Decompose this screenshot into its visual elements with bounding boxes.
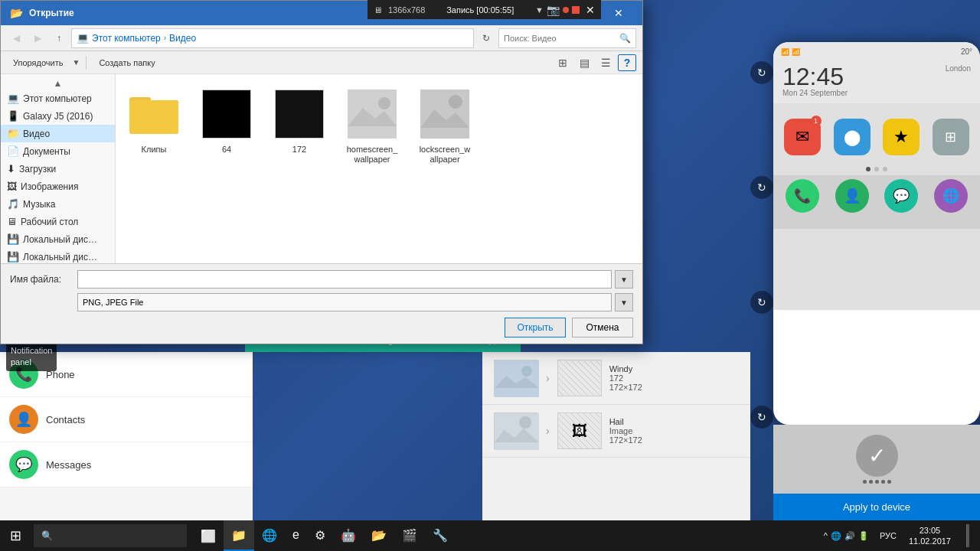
taskbar-explorer[interactable]: 📁 [224,520,254,551]
stop-icon[interactable] [572,6,580,14]
filetype-input[interactable] [77,293,612,311]
rotate-button-1[interactable]: ↻ [750,61,773,84]
phone-screen-body: ✉ 1 ⬤ ★ ⊞ 📞 👤 💬 [773,103,980,310]
view-list-button[interactable]: ▤ [575,54,593,71]
tray-battery-icon[interactable]: 🔋 [858,531,869,541]
file-item-homescreen[interactable]: homescreen_wallpaper [341,82,403,169]
dot-3 [883,167,887,171]
filetype-dropdown-button[interactable]: ▼ [615,293,633,311]
start-button[interactable]: ⊞ [0,520,31,551]
documents-icon: 📄 [7,145,19,157]
taskbar-edge[interactable]: e [285,520,307,551]
dock-browser-icon[interactable]: 🌐 [934,179,968,213]
disk2-icon: 💾 [7,251,19,262]
rec-icon: 🖥 [374,5,382,15]
phone-time: 12:45 [782,64,848,89]
nav-up-button[interactable]: ↑ [50,29,68,47]
tree-item-desktop[interactable]: 🖥 Рабочий стол [1,213,115,230]
view-large-icons-button[interactable]: ⊞ [554,54,572,71]
file-item-64[interactable]: 64 [196,82,257,169]
filename-input[interactable] [77,270,612,289]
file-item-clips[interactable]: Клипы [123,82,185,169]
tree-item-images[interactable]: 🖼 Изображения [1,178,115,195]
tree-item-downloads[interactable]: ⬇ Загрузки [1,160,115,178]
app-mail[interactable]: ✉ 1 [781,119,825,155]
tray-volume-icon[interactable]: 🔊 [844,531,855,541]
rec-dropdown-icon[interactable]: ▼ [535,5,544,15]
rotate-button-3[interactable]: ↻ [750,291,773,314]
view-details-button[interactable]: ☰ [596,54,615,71]
dialog-toolbar: Упорядочить ▼ Создать папку ⊞ ▤ ☰ ? [1,51,642,74]
tree-scroll-up[interactable]: ▲ [1,77,115,90]
notification-panel-label: Notificationpanel [6,343,57,371]
app-star[interactable]: ★ [880,119,923,155]
dialog-title-area: 📂 Открытие [10,7,74,19]
taskbar-android[interactable]: 🤖 [333,520,364,551]
taskbar-media[interactable]: 🎬 [394,520,425,551]
new-folder-button[interactable]: Создать папку [93,56,161,70]
svg-point-14 [519,416,531,429]
dock-phone-icon[interactable]: 📞 [786,179,819,213]
filename-dropdown-button[interactable]: ▼ [615,270,633,289]
hail-name: Hail [609,417,642,426]
taskbar-ie[interactable]: 🌐 [254,520,285,551]
wallpaper-section: › Windy 172172×172 › 🖼 Hail Image172×172 [482,352,750,520]
taskbar-language[interactable]: РУС [875,531,901,540]
contact-contacts[interactable]: 👤 Contacts [0,397,253,442]
file-item-172[interactable]: 172 [269,82,330,169]
media-icon: 🎬 [402,528,417,543]
tree-item-music[interactable]: 🎵 Музыка [1,195,115,213]
dock-messages-icon[interactable]: 💬 [884,179,918,213]
show-desktop-button[interactable] [959,520,977,551]
tree-item-video[interactable]: 📁 Видео [1,125,115,142]
address-computer-part[interactable]: Этот компьютер [92,33,161,44]
tree-item-computer[interactable]: 💻 Этот компьютер [1,90,115,107]
tray-network-icon[interactable]: 🌐 [831,531,841,541]
tree-item-phone[interactable]: 📱 Galaxy J5 (2016) [1,107,115,125]
svg-rect-2 [129,100,178,134]
tree-label-phone: Galaxy J5 (2016) [23,111,93,122]
cancel-button[interactable]: Отмена [572,318,633,337]
camera-icon[interactable]: 📷 [547,4,560,16]
taskbar-clock[interactable]: 23:05 11.02.2017 [901,525,959,547]
search-box[interactable]: 🔍 [498,28,636,48]
windy-name: Windy [609,364,642,373]
tree-item-local2[interactable]: 💾 Локальный дис… [1,248,115,263]
address-bar[interactable]: 💻 Этот компьютер › Видео [71,28,474,48]
open-button[interactable]: Открыть [505,318,566,337]
tray-arrow-icon[interactable]: ^ [824,531,828,540]
taskbar-app8[interactable]: 🔧 [425,520,456,551]
contact-messages[interactable]: 💬 Messages [0,442,253,487]
search-input[interactable] [504,34,619,43]
app-blue[interactable]: ⬤ [831,119,874,155]
apply-to-device-button[interactable]: Apply to device [773,494,980,520]
file-item-lockscreen[interactable]: lockscreen_wallpaper [414,82,475,169]
taskbar-files[interactable]: 📂 [364,520,394,551]
organize-dropdown-icon[interactable]: ▼ [72,58,80,67]
messages-name: Messages [46,459,91,471]
dot-1 [866,167,871,171]
file-name-clips: Клипы [142,145,167,155]
rotate-button-2[interactable]: ↻ [750,176,773,199]
close-recording-icon[interactable]: ✕ [586,4,595,16]
address-refresh-button[interactable]: ↻ [477,29,495,47]
app-grid[interactable]: ⊞ [929,119,973,155]
tree-label-desktop: Рабочий стол [21,217,78,227]
organize-button[interactable]: Упорядочить [7,56,69,70]
app8-icon: 🔧 [433,528,448,543]
taskbar-search[interactable]: 🔍 [34,524,187,547]
dock-contacts-icon[interactable]: 👤 [835,179,869,213]
help-button[interactable]: ? [618,54,636,71]
dot-d [881,480,885,484]
mail-badge: 1 [811,116,822,126]
tree-item-local1[interactable]: 💾 Локальный дис… [1,230,115,248]
taskbar-settings[interactable]: ⚙ [307,520,333,551]
rotate-button-4[interactable]: ↻ [750,406,773,429]
tree-label-computer: Этот компьютер [23,93,92,104]
address-video-part[interactable]: Видео [169,33,196,44]
taskbar-task-view[interactable]: ⬜ [193,520,224,551]
video-folder-icon: 📁 [7,128,19,139]
grid-app-icon: ⊞ [933,119,969,155]
tree-item-documents[interactable]: 📄 Документы [1,142,115,160]
close-button[interactable]: ✕ [601,1,636,25]
